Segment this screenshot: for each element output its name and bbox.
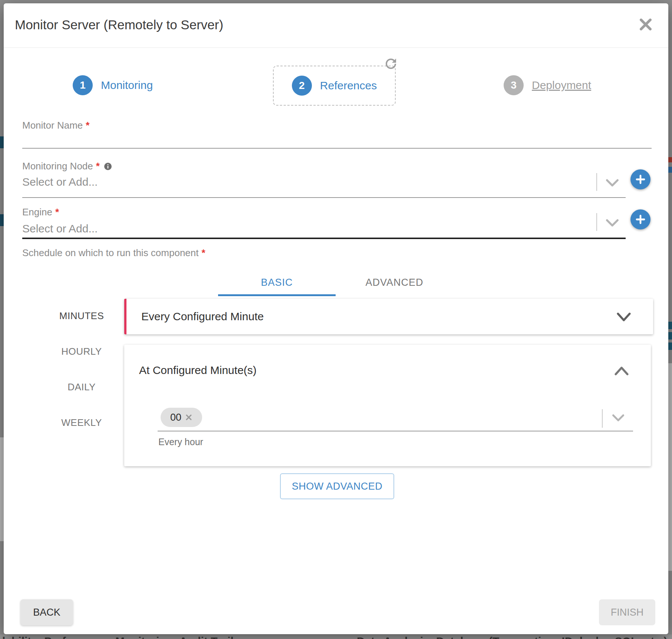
backdrop-fragment [0, 214, 4, 226]
engine-underline-focused [22, 238, 626, 239]
select-divider [596, 213, 597, 231]
backdrop-fragment [668, 363, 672, 571]
required-asterisk: * [55, 206, 59, 218]
minutes-select-underline [158, 431, 633, 431]
backdrop-right-strip [668, 0, 672, 639]
frequency-item-hourly[interactable]: HOURLY [37, 346, 126, 357]
backdrop-text-right: Data Analysis; Database (Transaction; ID… [357, 635, 667, 639]
select-divider [596, 173, 597, 191]
add-engine-button[interactable] [630, 209, 650, 229]
required-asterisk: * [96, 160, 100, 172]
schedule-label-text: Schedule on which to run this component [22, 247, 199, 259]
step-label: Deployment [532, 79, 591, 92]
close-icon[interactable] [637, 16, 654, 33]
backdrop-bottom-strip: lability; Performance Monitoring; Audit … [0, 635, 672, 639]
add-monitoring-node-button[interactable] [630, 169, 650, 189]
minute-mode-value: Every Configured Minute [141, 310, 264, 323]
chevron-down-icon[interactable] [616, 312, 632, 323]
monitor-name-underline [22, 148, 652, 149]
tab-advanced[interactable]: ADVANCED [336, 269, 453, 296]
panel-title: At Configured Minute(s) [139, 364, 257, 377]
minute-chip-00[interactable]: 00 [161, 408, 202, 427]
step-number-badge: 3 [504, 75, 524, 95]
select-divider [602, 409, 603, 428]
step-monitoring[interactable]: 1 Monitoring [73, 75, 153, 95]
step-number-badge: 1 [73, 75, 93, 95]
backdrop-fragment [0, 136, 4, 148]
frequency-item-daily[interactable]: DAILY [37, 381, 126, 393]
tab-basic-label: BASIC [261, 277, 293, 288]
minute-mode-dropdown[interactable]: Every Configured Minute [124, 299, 653, 334]
backdrop-fragment [668, 322, 672, 329]
monitoring-node-label-text: Monitoring Node [22, 160, 93, 172]
backdrop-fragment [668, 332, 672, 340]
monitor-name-label: Monitor Name* [22, 120, 89, 131]
tab-basic[interactable]: BASIC [218, 269, 336, 296]
minutes-hint: Every hour [158, 437, 203, 447]
chevron-down-icon[interactable] [605, 178, 619, 189]
chip-remove-icon[interactable] [185, 414, 192, 421]
frequency-item-minutes[interactable]: MINUTES [37, 310, 126, 322]
monitor-name-input[interactable] [22, 132, 616, 148]
info-icon[interactable] [103, 162, 112, 171]
step-number-badge: 2 [292, 76, 312, 96]
monitor-name-label-text: Monitor Name [22, 120, 83, 131]
step-references-current[interactable]: 2 References [273, 66, 396, 106]
step-label: Monitoring [101, 79, 153, 92]
backdrop-fragment [668, 167, 672, 173]
required-asterisk: * [86, 120, 89, 131]
refresh-icon [383, 56, 399, 72]
schedule-label: Schedule on which to run this component* [22, 247, 205, 259]
engine-label: Engine* [22, 206, 59, 218]
engine-label-text: Engine [22, 206, 52, 218]
engine-select-input[interactable] [22, 220, 586, 238]
back-button[interactable]: BACK [20, 599, 73, 625]
backdrop-text-left: lability; Performance Monitoring; Audit … [2, 635, 237, 639]
required-asterisk: * [202, 247, 205, 259]
monitoring-node-select-input[interactable] [22, 173, 586, 191]
frequency-item-weekly[interactable]: WEEKLY [37, 417, 126, 428]
step-deployment[interactable]: 3 Deployment [504, 75, 591, 95]
backdrop-fragment [668, 157, 672, 162]
chevron-up-icon[interactable] [614, 365, 629, 377]
dialog-title: Monitor Server (Remotely to Server) [15, 17, 223, 32]
monitoring-node-label: Monitoring Node* [22, 160, 112, 172]
backdrop-fragment [0, 437, 4, 541]
chip-value: 00 [170, 412, 181, 423]
monitoring-node-underline [22, 197, 626, 198]
step-label: References [320, 79, 377, 92]
tab-advanced-label: ADVANCED [365, 277, 423, 288]
finish-button-disabled[interactable]: FINISH [599, 599, 655, 625]
active-tab-indicator [218, 294, 336, 296]
header-divider [4, 47, 668, 48]
backdrop-fragment [668, 342, 672, 350]
configured-minutes-panel: At Configured Minute(s) 00 Every hour [124, 345, 651, 466]
backdrop-left-strip [0, 0, 4, 639]
chevron-down-icon[interactable] [605, 218, 619, 229]
show-advanced-button[interactable]: SHOW ADVANCED [280, 473, 394, 499]
monitor-server-dialog: Monitor Server (Remotely to Server) 1 Mo… [4, 3, 668, 634]
chevron-down-icon[interactable] [612, 414, 626, 424]
